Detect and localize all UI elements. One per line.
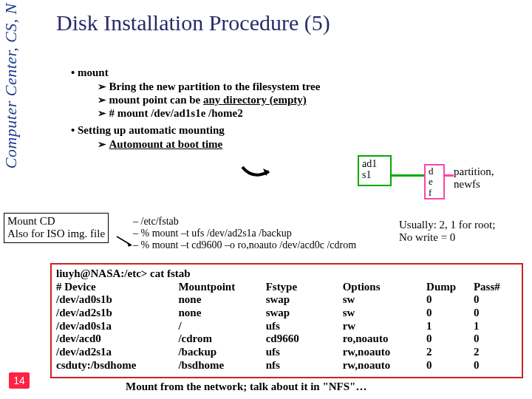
sub-mountpoint-pre: mount point can be <box>109 94 204 106</box>
table-row: /dev/ad0s1bnoneswapsw00 <box>56 293 517 307</box>
part-f: f <box>429 188 440 198</box>
fstab-prompt: liuyh@NASA:/etc> cat fstab <box>56 267 517 281</box>
dash-list: /etc/fstab % mount –t ufs /dev/ad2s1a /b… <box>133 216 356 251</box>
usually-l1: Usually: 2, 1 for root; <box>399 219 495 231</box>
hdr-dump: Dump <box>426 281 474 294</box>
mount-cd-box: Mount CD Also for ISO img. file <box>4 213 109 243</box>
sub-mountpoint: mount point can be any directory (empty) <box>98 94 525 106</box>
sub-automount: Automount at boot time <box>98 138 525 151</box>
hdr-fstype: Fstype <box>266 281 343 294</box>
sidebar-vertical-text: Computer Center, CS, N <box>1 3 21 168</box>
sub-bring: Bring the new partition to the filesyste… <box>98 81 525 93</box>
caption-partition: partition, newfs <box>454 166 494 191</box>
sub-automount-text: Automount at boot time <box>109 138 223 150</box>
table-row: /dev/ad2s1a/backupufsrw,noauto22 <box>56 346 517 359</box>
sub-mountcmd: # mount /dev/ad1s1e /home2 <box>98 107 525 120</box>
fstab-block: liuyh@NASA:/etc> cat fstab # Device Moun… <box>50 263 523 378</box>
caption-partition-l1: partition, <box>454 166 494 178</box>
footer-note: Mount from the network; talk about it in… <box>126 381 366 393</box>
page-number: 14 <box>9 372 30 389</box>
table-row: /dev/ad2s1bnoneswapsw00 <box>56 307 517 320</box>
dash-fstab: /etc/fstab <box>133 216 356 228</box>
mount-cd-l2: Also for ISO img. file <box>7 228 105 240</box>
slide-title: Disk Installation Procedure (5) <box>56 10 330 35</box>
curve-arrow-icon <box>236 161 281 183</box>
green-connector <box>392 174 424 177</box>
bullet-mount: mount <box>71 66 525 79</box>
usually-l2: No write = 0 <box>399 231 495 244</box>
dash-mount-cd: % mount –t cd9600 –o ro,noauto /dev/acd0… <box>133 239 356 251</box>
part-e: e <box>429 177 440 187</box>
table-row: csduty:/bsdhome/bsdhomenfsrw,noauto00 <box>56 359 517 372</box>
partition-box: d e f <box>424 164 445 200</box>
hdr-device: # Device <box>56 281 178 294</box>
pink-connector <box>445 174 454 177</box>
disk-l2: s1 <box>362 169 387 180</box>
sub-mountpoint-ul: any directory (empty) <box>203 94 307 106</box>
disk-box: ad1 s1 <box>358 155 392 186</box>
fstab-table: # Device Mountpoint Fstype Options Dump … <box>56 281 517 372</box>
part-d: d <box>429 166 440 177</box>
hdr-pass: Pass# <box>474 281 517 294</box>
caption-partition-l2: newfs <box>454 178 494 191</box>
content-block: mount Bring the new partition to the fil… <box>71 66 525 151</box>
disk-l1: ad1 <box>362 158 387 169</box>
usually-note: Usually: 2, 1 for root; No write = 0 <box>399 219 495 245</box>
hdr-mountpoint: Mountpoint <box>178 281 265 294</box>
hdr-options: Options <box>343 281 426 294</box>
mount-cd-l1: Mount CD <box>7 215 105 228</box>
table-row: # Device Mountpoint Fstype Options Dump … <box>56 281 517 294</box>
bullet-setting: Setting up automatic mounting <box>71 124 525 137</box>
dash-mount-ufs: % mount –t ufs /dev/ad2s1a /backup <box>133 228 356 239</box>
table-row: /dev/acd0/cdromcd9660ro,noauto00 <box>56 332 517 346</box>
table-row: /dev/ad0s1a/ufsrw11 <box>56 320 517 333</box>
